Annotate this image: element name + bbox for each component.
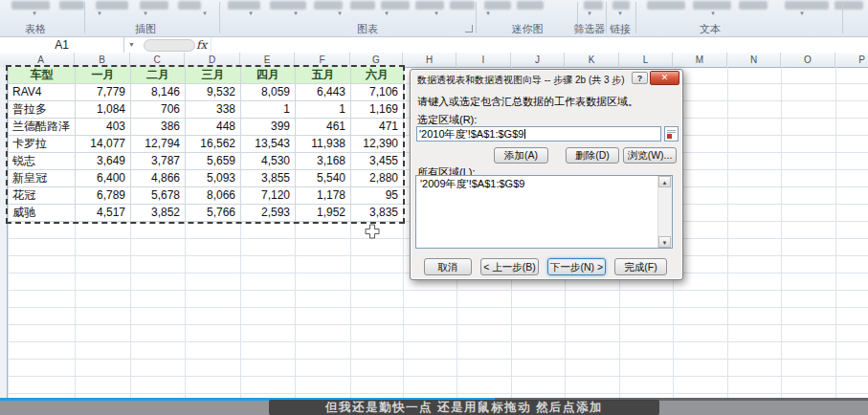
cancel-button[interactable]: 取消	[424, 258, 472, 275]
name-box-dropdown-icon[interactable]: ▼	[124, 37, 139, 53]
ribbon-group-divider	[842, 2, 843, 33]
ribbon-button-blur[interactable]	[270, 1, 306, 10]
dialog-title: 数据透视表和数据透视图向导 -- 步骤 2b (共 3 步)	[417, 74, 630, 87]
ribbon-group-label: 表格	[25, 22, 46, 36]
formula-input[interactable]	[211, 37, 868, 53]
marching-ants-selection	[6, 65, 405, 224]
dropdown-arrow-icon[interactable]: ▾	[711, 10, 715, 17]
dropdown-arrow-icon[interactable]: ▾	[486, 10, 490, 17]
ribbon-group-label: 迷你图	[512, 22, 544, 36]
close-button[interactable]: ✕	[650, 71, 679, 85]
ribbon-button-blur[interactable]	[59, 1, 84, 10]
ribbon-group-label: 图表	[357, 22, 378, 36]
ribbon-group-divider	[606, 2, 607, 33]
close-icon: ✕	[661, 73, 669, 82]
next-button[interactable]: 下一步(N) >	[547, 258, 606, 275]
all-ranges-listbox[interactable]: '2009年度'!$A$1:$G$9 ▲ ▼	[415, 175, 673, 249]
column-header[interactable]: K	[565, 53, 619, 67]
excel-window: ▾▾▾▾▾▾▾▾▾▾▾▾▾▾ 表格插图图表迷你图筛选器链接文本 A1 ▼ fx …	[0, 0, 868, 415]
ribbon-button-blur[interactable]	[11, 1, 50, 10]
ribbon-group-divider	[635, 2, 636, 33]
dropdown-arrow-icon[interactable]: ▾	[385, 10, 389, 17]
column-header[interactable]: L	[619, 53, 673, 67]
column-header[interactable]: N	[727, 53, 781, 67]
ribbon-group-divider	[219, 2, 220, 33]
ribbon-button-blur[interactable]	[785, 1, 829, 10]
dropdown-arrow-icon[interactable]: ▾	[144, 10, 147, 17]
ribbon-button-blur[interactable]	[739, 1, 768, 10]
grid-vline	[835, 67, 836, 399]
pivot-wizard-dialog: 数据透视表和数据透视图向导 -- 步骤 2b (共 3 步) ? ✕ 请键入或选…	[410, 69, 683, 280]
ribbon-button-blur[interactable]	[96, 1, 128, 10]
ribbon-button-blur[interactable]	[612, 1, 630, 10]
ribbon-group-label: 插图	[135, 22, 156, 36]
ribbon-button-blur[interactable]	[450, 1, 475, 10]
dropdown-arrow-icon[interactable]: ▾	[203, 10, 207, 17]
ribbon-group-divider	[84, 2, 85, 33]
ribbon-button-blur[interactable]	[647, 1, 685, 10]
ribbon-group-divider	[476, 2, 477, 33]
ribbon-button-blur[interactable]	[584, 1, 603, 10]
ribbon-button-blur[interactable]	[484, 1, 511, 10]
ribbon-button-blur[interactable]	[228, 1, 260, 10]
ribbon-button-blur[interactable]	[693, 1, 731, 10]
column-header[interactable]: M	[673, 53, 727, 67]
name-box[interactable]: A1	[0, 37, 124, 53]
dropdown-arrow-icon[interactable]: ▾	[338, 10, 342, 17]
dropdown-arrow-icon[interactable]: ▾	[249, 10, 253, 17]
column-header[interactable]: H	[403, 53, 456, 67]
scroll-up-icon[interactable]: ▲	[658, 176, 671, 187]
ribbon-button-blur[interactable]	[381, 1, 410, 10]
dropdown-arrow-icon[interactable]: ▾	[294, 10, 298, 17]
collapse-dialog-button[interactable]	[664, 126, 679, 142]
dropdown-arrow-icon[interactable]: ▾	[434, 10, 438, 17]
dropdown-arrow-icon[interactable]: ▾	[800, 10, 804, 17]
ribbon-button-blur[interactable]	[415, 1, 444, 10]
column-header[interactable]: J	[511, 53, 565, 67]
help-button[interactable]: ?	[632, 72, 648, 84]
formula-buttons-disabled	[144, 39, 195, 52]
ribbon-button-blur[interactable]	[350, 1, 375, 10]
listbox-scrollbar[interactable]: ▲ ▼	[657, 176, 672, 248]
ribbon-group-label: 筛选器	[574, 22, 606, 36]
ribbon-button-blur[interactable]	[517, 1, 544, 10]
grid-vline	[781, 67, 782, 399]
ribbon-button-blur[interactable]	[140, 1, 168, 10]
insert-function-icon[interactable]: fx	[196, 37, 207, 53]
subtitle-caption: 但我还是勤快一点 还是用鼠标拖动 然后点添加	[269, 400, 659, 415]
column-header[interactable]: O	[781, 53, 835, 67]
dialog-instruction: 请键入或选定包含汇总数据的工作表数据区域。	[417, 95, 638, 109]
ribbon: ▾▾▾▾▾▾▾▾▾▾▾▾▾▾ 表格插图图表迷你图筛选器链接文本	[0, 0, 868, 37]
selected-range-label: 选定区域(R):	[417, 113, 477, 127]
dropdown-arrow-icon[interactable]: ▾	[588, 10, 591, 17]
ribbon-group-label: 文本	[700, 22, 721, 36]
delete-button[interactable]: 删除(D)	[566, 147, 619, 164]
formula-bar: A1 ▼ fx	[0, 37, 868, 54]
column-header[interactable]: I	[456, 53, 511, 67]
range-input[interactable]: '2010年度'!$A$1:$G$9	[416, 126, 661, 142]
help-icon: ?	[637, 74, 643, 83]
grid-vline	[727, 67, 728, 399]
text-caret	[524, 129, 525, 139]
ribbon-button-blur[interactable]	[178, 1, 201, 10]
range-input-value: '2010年度'!$A$1:$G$9	[419, 128, 523, 140]
ribbon-group-label: 链接	[610, 22, 631, 36]
column-header[interactable]: P	[835, 53, 868, 67]
range-list-item[interactable]: '2009年度'!$A$1:$G$9	[416, 176, 672, 192]
dialog-launcher-icon[interactable]	[465, 25, 473, 33]
dropdown-arrow-icon[interactable]: ▾	[33, 10, 36, 17]
finish-button[interactable]: 完成(F)	[614, 258, 667, 275]
scroll-down-icon[interactable]: ▼	[658, 236, 671, 248]
browse-button[interactable]: 浏览(W)...	[623, 147, 677, 164]
dropdown-arrow-icon[interactable]: ▾	[98, 10, 101, 17]
all-ranges-items: '2009年度'!$A$1:$G$9	[416, 176, 672, 192]
ribbon-button-blur[interactable]	[314, 1, 343, 10]
back-button[interactable]: < 上一步(B)	[480, 258, 539, 275]
dropdown-arrow-icon[interactable]: ▾	[618, 10, 622, 17]
ribbon-button-blur[interactable]	[835, 1, 863, 10]
add-button[interactable]: 添加(A)	[494, 147, 548, 164]
cell-cursor-icon	[365, 224, 380, 239]
